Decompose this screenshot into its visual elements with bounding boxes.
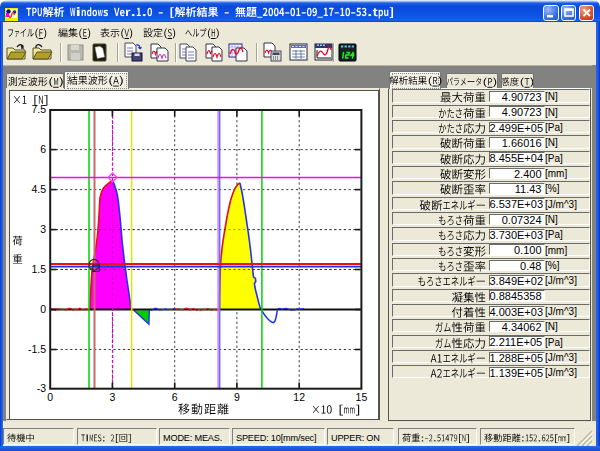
svg-text:7.5: 7.5 bbox=[31, 103, 46, 115]
svg-text:3: 3 bbox=[110, 391, 116, 403]
svg-text:1.5: 1.5 bbox=[31, 263, 46, 275]
svg-text:6: 6 bbox=[172, 391, 178, 403]
svg-text:12: 12 bbox=[293, 391, 305, 403]
svg-text:15: 15 bbox=[356, 391, 368, 403]
svg-text:-3: -3 bbox=[37, 382, 46, 394]
svg-text:3: 3 bbox=[40, 223, 46, 235]
svg-text:6: 6 bbox=[40, 143, 46, 155]
svg-text:0: 0 bbox=[47, 391, 53, 403]
svg-text:0: 0 bbox=[40, 303, 46, 315]
svg-text:9: 9 bbox=[234, 391, 240, 403]
svg-text:-1.5: -1.5 bbox=[28, 343, 46, 355]
svg-text:4.5: 4.5 bbox=[31, 183, 46, 195]
